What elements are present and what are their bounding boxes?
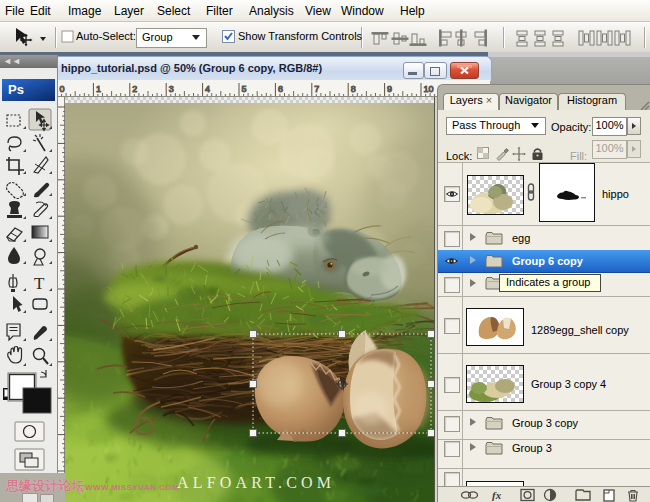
svg-text:4: 4 xyxy=(205,84,210,94)
svg-text:5: 5 xyxy=(242,84,247,94)
svg-text:fx: fx xyxy=(492,489,502,501)
svg-text:1: 1 xyxy=(96,84,101,94)
svg-text:7: 7 xyxy=(314,84,319,94)
svg-text:8: 8 xyxy=(351,84,356,94)
svg-text:10: 10 xyxy=(424,84,434,94)
svg-text:3: 3 xyxy=(169,84,174,94)
svg-text:6: 6 xyxy=(278,84,283,94)
svg-text:9: 9 xyxy=(387,84,392,94)
svg-text:2: 2 xyxy=(132,84,137,94)
svg-text:T: T xyxy=(34,274,45,293)
svg-text:0: 0 xyxy=(60,84,65,94)
